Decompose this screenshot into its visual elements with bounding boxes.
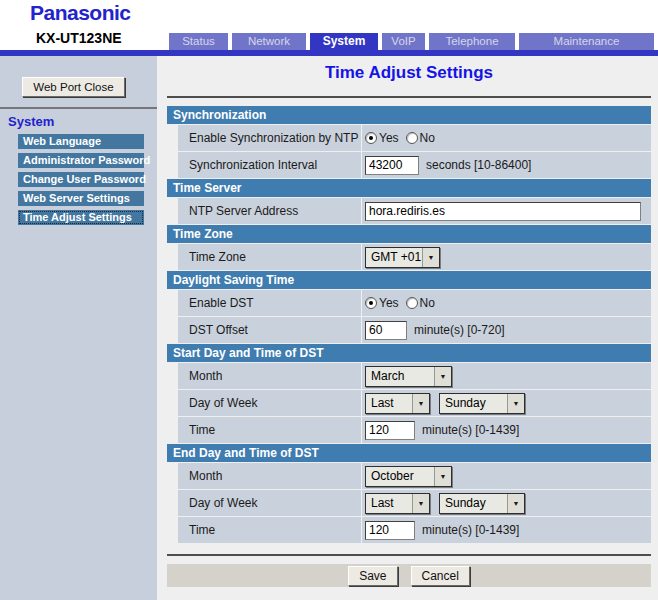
title-divider	[167, 96, 651, 98]
dst-offset-input[interactable]	[365, 321, 407, 340]
save-button[interactable]: Save	[348, 566, 397, 586]
row-value: minute(s) [0-1439]	[362, 421, 651, 440]
row-label: NTP Server Address	[178, 204, 361, 218]
settings-sections: SynchronizationEnable Synchronization by…	[167, 106, 651, 543]
section-header: Start Day and Time of DST	[167, 344, 651, 362]
row-value: YesNo	[362, 131, 651, 145]
chevron-down-icon: ▼	[412, 394, 429, 413]
cancel-button[interactable]: Cancel	[411, 566, 470, 586]
end-time-input[interactable]	[365, 521, 415, 540]
row-label: DST Offset	[178, 323, 361, 337]
row-label: Month	[178, 369, 361, 383]
section-header: Synchronization	[167, 106, 651, 124]
row-label: Enable Synchronization by NTP	[178, 131, 361, 145]
setting-row-day-of-week: Day of WeekLast▼Sunday▼	[178, 490, 651, 516]
sidebar-item-time-adjust-settings[interactable]: Time Adjust Settings	[18, 210, 144, 225]
row-value: October▼	[362, 466, 651, 487]
ntp-enable-radio-no[interactable]	[406, 132, 418, 144]
start-day-weekday-selected-value: Sunday	[440, 394, 507, 413]
tab-network[interactable]: Network	[232, 33, 306, 50]
sidebar-menu: Web LanguageAdministrator PasswordChange…	[18, 134, 144, 229]
row-label: Day of Week	[178, 396, 361, 410]
web-port-close-button[interactable]: Web Port Close	[22, 77, 125, 97]
row-value: seconds [10-86400]	[362, 156, 651, 175]
page-title: Time Adjust Settings	[167, 56, 651, 87]
row-suffix: seconds [10-86400]	[426, 158, 531, 172]
section-header: Daylight Saving Time	[167, 271, 651, 289]
chevron-down-icon: ▼	[507, 394, 524, 413]
start-day-weekday-select[interactable]: Sunday▼	[439, 393, 525, 414]
dst-enable-radio-no[interactable]	[406, 297, 418, 309]
sidebar: Web Port Close System Web LanguageAdmini…	[0, 56, 157, 600]
section-time-server: Time ServerNTP Server Address	[167, 179, 651, 224]
end-day-weekday-select[interactable]: Sunday▼	[439, 493, 525, 514]
end-day-ordinal-select[interactable]: Last▼	[365, 493, 430, 514]
section-time-zone: Time ZoneTime ZoneGMT +01:00▼	[167, 225, 651, 270]
row-value	[362, 202, 651, 221]
ntp-enable-radio-yes[interactable]	[365, 132, 377, 144]
setting-row-month: MonthOctober▼	[178, 463, 651, 489]
chevron-down-icon: ▼	[422, 248, 439, 267]
section-header: Time Server	[167, 179, 651, 197]
row-value: GMT +01:00▼	[362, 247, 651, 268]
row-suffix: minute(s) [0-720]	[414, 323, 505, 337]
row-suffix: minute(s) [0-1439]	[422, 423, 519, 437]
end-day-ordinal-selected-value: Last	[366, 494, 412, 513]
start-day-ordinal-select[interactable]: Last▼	[365, 393, 430, 414]
start-month-select[interactable]: March▼	[365, 366, 452, 387]
row-label: Synchronization Interval	[178, 158, 361, 172]
row-label: Day of Week	[178, 496, 361, 510]
row-value: March▼	[362, 366, 651, 387]
sidebar-divider	[0, 107, 157, 109]
tab-maintenance[interactable]: Maintenance	[519, 33, 654, 50]
footer-divider	[167, 554, 651, 556]
sidebar-item-change-user-password[interactable]: Change User Password	[18, 172, 144, 187]
setting-row-time: Timeminute(s) [0-1439]	[178, 517, 651, 543]
chevron-down-icon: ▼	[434, 467, 451, 486]
row-value: minute(s) [0-1439]	[362, 521, 651, 540]
section-header: Time Zone	[167, 225, 651, 243]
row-value: Last▼Sunday▼	[362, 493, 651, 514]
tab-telephone[interactable]: Telephone	[429, 33, 515, 50]
time-zone-select[interactable]: GMT +01:00▼	[365, 247, 440, 268]
browser-viewport: Panasonic KX-UT123NE StatusNetworkSystem…	[0, 0, 658, 600]
tab-voip[interactable]: VoIP	[382, 33, 425, 50]
tab-bar: StatusNetworkSystemVoIPTelephoneMaintena…	[169, 33, 654, 50]
dst-enable-radio-label-no: No	[420, 296, 435, 310]
row-suffix: minute(s) [0-1439]	[422, 523, 519, 537]
section-end-day-and-time-of-dst: End Day and Time of DSTMonthOctober▼Day …	[167, 444, 651, 543]
ntp-enable-radio-label-no: No	[420, 131, 435, 145]
sidebar-item-web-language[interactable]: Web Language	[18, 134, 144, 149]
row-label: Time	[178, 523, 361, 537]
chevron-down-icon: ▼	[507, 494, 524, 513]
setting-row-month: MonthMarch▼	[178, 363, 651, 389]
dst-enable-radio-yes[interactable]	[365, 297, 377, 309]
end-month-select[interactable]: October▼	[365, 466, 452, 487]
setting-row-dst-offset: DST Offsetminute(s) [0-720]	[178, 317, 651, 343]
time-zone-selected-value: GMT +01:00	[366, 248, 422, 267]
sidebar-item-web-server-settings[interactable]: Web Server Settings	[18, 191, 144, 206]
sidebar-section-title: System	[8, 114, 54, 129]
setting-row-enable-synchronization-by-ntp: Enable Synchronization by NTPYesNo	[178, 125, 651, 151]
setting-row-time-zone: Time ZoneGMT +01:00▼	[178, 244, 651, 270]
footer-bar: Save Cancel	[167, 564, 651, 587]
ntp-server-address-input[interactable]	[365, 202, 641, 221]
dst-enable-radio-label-yes: Yes	[379, 296, 399, 310]
model-label: KX-UT123NE	[36, 30, 122, 46]
panasonic-logo: Panasonic	[30, 1, 131, 25]
setting-row-day-of-week: Day of WeekLast▼Sunday▼	[178, 390, 651, 416]
start-time-input[interactable]	[365, 421, 415, 440]
ntp-enable-radio-label-yes: Yes	[379, 131, 399, 145]
section-synchronization: SynchronizationEnable Synchronization by…	[167, 106, 651, 178]
start-month-selected-value: March	[366, 367, 434, 386]
row-label: Enable DST	[178, 296, 361, 310]
main-content: Time Adjust Settings SynchronizationEnab…	[157, 56, 658, 600]
tab-status[interactable]: Status	[169, 33, 228, 50]
chevron-down-icon: ▼	[412, 494, 429, 513]
sync-interval-input[interactable]	[365, 156, 419, 175]
sidebar-item-administrator-password[interactable]: Administrator Password	[18, 153, 144, 168]
section-daylight-saving-time: Daylight Saving TimeEnable DSTYesNoDST O…	[167, 271, 651, 343]
tab-system[interactable]: System	[310, 33, 378, 50]
section-start-day-and-time-of-dst: Start Day and Time of DSTMonthMarch▼Day …	[167, 344, 651, 443]
row-value: minute(s) [0-720]	[362, 321, 651, 340]
